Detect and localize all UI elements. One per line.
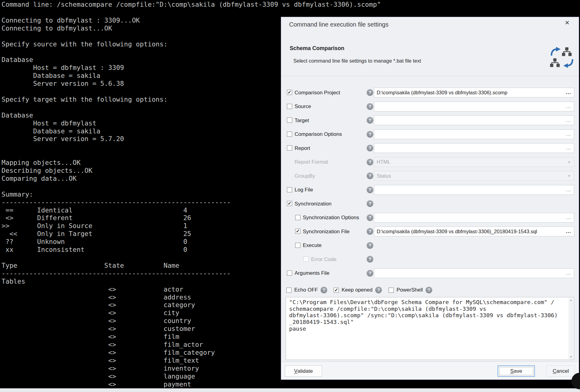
- help-icon[interactable]: ?: [367, 228, 373, 235]
- report-format-value: HTML: [377, 158, 390, 167]
- report-input[interactable]: ...: [374, 143, 574, 153]
- row-synchronization-file: ✓Synchronization File?D:\comp\sakila (db…: [281, 225, 574, 238]
- help-icon[interactable]: ?: [367, 242, 373, 249]
- report-checkbox[interactable]: [287, 145, 292, 151]
- arguments-file-checkbox[interactable]: [287, 270, 292, 276]
- header-divider: [281, 76, 579, 76]
- help-icon[interactable]: ?: [321, 287, 327, 293]
- error-code-label: Error Code: [311, 252, 336, 266]
- bat-file-text-area[interactable]: "C:\Program Files\Devart\dbForge Schema …: [286, 297, 574, 360]
- target-browse-button[interactable]: ...: [566, 116, 571, 125]
- scroll-up-icon[interactable]: ▲: [568, 298, 574, 303]
- source-checkbox[interactable]: [287, 104, 292, 109]
- bat-file-text[interactable]: "C:\Program Files\Devart\dbForge Schema …: [286, 297, 574, 360]
- help-icon[interactable]: ?: [367, 159, 373, 165]
- help-icon[interactable]: ?: [367, 256, 373, 263]
- option-keep-opened: ✓Keep opened?: [334, 286, 382, 294]
- help-icon[interactable]: ?: [367, 270, 373, 277]
- synchronization-checkbox[interactable]: ✓: [287, 201, 292, 206]
- log-file-checkbox[interactable]: [287, 187, 292, 192]
- execute-checkbox[interactable]: [295, 243, 300, 248]
- option-echo-off: Echo OFF?: [286, 286, 327, 294]
- help-icon[interactable]: ?: [367, 172, 373, 179]
- help-icon[interactable]: ?: [367, 200, 373, 207]
- synchronization-options-label: Synchronization Options: [303, 211, 359, 225]
- chevron-down-icon: ▼: [567, 171, 571, 180]
- log-file-input[interactable]: ...: [374, 185, 574, 195]
- comparison-project-checkbox[interactable]: ✓: [287, 90, 292, 95]
- synchronization-file-checkbox[interactable]: ✓: [295, 229, 300, 234]
- close-icon[interactable]: ✕: [565, 20, 570, 26]
- help-icon[interactable]: ?: [367, 131, 373, 138]
- help-icon[interactable]: ?: [375, 287, 382, 293]
- powershell-checkbox[interactable]: [389, 288, 394, 293]
- error-code-checkbox: [303, 256, 309, 262]
- option-powershell: PowerShell?: [389, 286, 432, 294]
- keep-opened-checkbox[interactable]: ✓: [334, 288, 339, 293]
- groupby-label: GroupBy: [295, 169, 315, 183]
- row-comparison-project: ✓Comparison Project?D:\comp\sakila (dbfm…: [281, 86, 574, 100]
- keep-opened-label: Keep opened: [342, 287, 372, 293]
- arguments-file-label: Arguments File: [295, 267, 329, 280]
- row-target: Target?...: [281, 114, 574, 127]
- cancel-button[interactable]: Cancel: [546, 365, 575, 377]
- comparison-project-value: D:\comp\sakila (dbfmylast-3309 vs dbfmyl…: [377, 88, 507, 97]
- save-button[interactable]: Save: [498, 365, 535, 377]
- synchronization-file-value: D:\comp\sakila (dbfmylast-3309 vs dbfmyl…: [377, 227, 537, 236]
- dialog-title[interactable]: Command line execution file settings: [289, 21, 389, 28]
- log-file-label: Log File: [295, 183, 313, 197]
- synchronization-file-browse-button[interactable]: ...: [566, 227, 571, 236]
- section-subtitle: Select command line file settings to man…: [293, 58, 421, 64]
- synchronization-file-input[interactable]: D:\comp\sakila (dbfmylast-3309 vs dbfmyl…: [374, 227, 574, 236]
- row-arguments-file: Arguments File?...: [281, 267, 574, 280]
- help-icon[interactable]: ?: [367, 89, 373, 96]
- target-checkbox[interactable]: [287, 118, 292, 123]
- comparison-project-label: Comparison Project: [295, 86, 340, 100]
- groupby-dropdown: Status▼: [374, 171, 574, 181]
- row-log-file: Log File?...: [281, 183, 574, 197]
- window-edge: [0, 388, 580, 392]
- comparison-options-label: Comparison Options: [295, 128, 342, 141]
- source-label: Source: [295, 100, 311, 114]
- help-icon[interactable]: ?: [367, 214, 373, 221]
- target-input[interactable]: ...: [374, 115, 574, 125]
- comparison-project-input[interactable]: D:\comp\sakila (dbfmylast-3309 vs dbfmyl…: [374, 88, 574, 97]
- scroll-down-icon[interactable]: ▼: [568, 354, 574, 359]
- echo-off-checkbox[interactable]: [286, 288, 292, 293]
- section-title: Schema Comparison: [290, 45, 344, 52]
- comparison-options-input[interactable]: ...: [374, 129, 574, 139]
- row-report-format: Report Format?HTML▼: [281, 155, 574, 169]
- comparison-options-browse-button[interactable]: ...: [566, 130, 571, 139]
- synchronization-label: Synchronization: [295, 197, 332, 211]
- help-icon[interactable]: ?: [367, 187, 373, 193]
- powershell-label: PowerShell: [397, 287, 423, 293]
- textarea-scrollbar[interactable]: ▲ ▼: [568, 298, 574, 359]
- log-file-browse-button[interactable]: ...: [566, 185, 571, 194]
- help-icon[interactable]: ?: [367, 117, 373, 124]
- comparison-project-browse-button[interactable]: ...: [566, 88, 571, 97]
- row-error-code: Error Code?: [281, 252, 574, 266]
- arguments-file-browse-button[interactable]: ...: [566, 269, 571, 278]
- report-format-label: Report Format: [295, 155, 328, 169]
- row-source: Source?...: [281, 100, 574, 114]
- row-comparison-options: Comparison Options?...: [281, 128, 574, 141]
- echo-off-label: Echo OFF: [294, 287, 318, 293]
- help-icon[interactable]: ?: [367, 103, 373, 110]
- help-icon[interactable]: ?: [367, 145, 373, 151]
- synchronization-file-label: Synchronization File: [303, 225, 350, 238]
- command-line-settings-dialog: Command line execution file settings ✕ S…: [281, 17, 579, 380]
- execute-label: Execute: [303, 239, 321, 252]
- row-execute: Execute?: [281, 239, 574, 252]
- arguments-file-input[interactable]: ...: [374, 268, 574, 278]
- comparison-options-checkbox[interactable]: [287, 132, 292, 137]
- synchronization-options-browse-button[interactable]: ...: [566, 213, 571, 222]
- source-input[interactable]: ...: [374, 102, 574, 111]
- row-report: Report?...: [281, 141, 574, 155]
- report-browse-button[interactable]: ...: [566, 143, 571, 153]
- source-browse-button[interactable]: ...: [566, 102, 571, 111]
- synchronization-options-checkbox[interactable]: [295, 215, 300, 220]
- synchronization-options-input[interactable]: ...: [374, 213, 574, 223]
- help-icon[interactable]: ?: [426, 287, 432, 293]
- validate-button[interactable]: Validate: [285, 365, 322, 377]
- row-groupby: GroupBy?Status▼: [281, 169, 574, 183]
